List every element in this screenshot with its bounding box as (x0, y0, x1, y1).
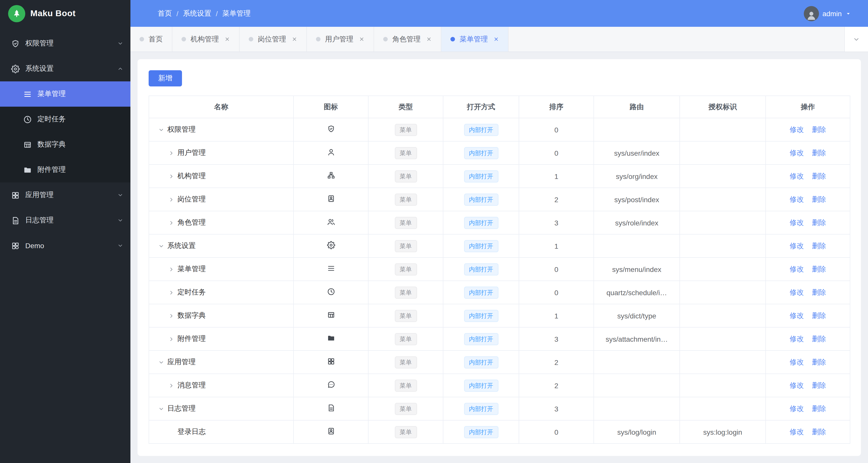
message-icon (327, 381, 335, 389)
breadcrumb-item-system[interactable]: 系统设置 (183, 9, 211, 18)
delete-link[interactable]: 删除 (812, 288, 826, 296)
add-button[interactable]: 新增 (149, 70, 182, 86)
sidebar-item-label: Demo (25, 242, 44, 250)
type-tag: 菜单 (395, 310, 417, 322)
close-icon[interactable] (493, 36, 499, 42)
tab-5[interactable]: 菜单管理 (441, 27, 508, 52)
edit-link[interactable]: 修改 (789, 334, 804, 342)
sidebar-subitem-1[interactable]: 定时任务 (0, 106, 130, 132)
avatar-icon (806, 10, 817, 21)
log-icon (11, 216, 20, 225)
close-icon[interactable] (224, 36, 230, 42)
sidebar-item-1[interactable]: 系统设置 (0, 56, 130, 82)
table-row: 消息管理菜单内部打开2修改删除 (149, 374, 850, 397)
cell-type: 菜单 (368, 304, 443, 327)
tab-overflow-button[interactable] (844, 27, 868, 52)
row-name: 岗位管理 (178, 195, 206, 203)
username: admin (823, 9, 842, 18)
chevron-right-icon[interactable] (168, 336, 178, 342)
sidebar-item-2[interactable]: 应用管理 (0, 183, 130, 208)
chevron-down-icon[interactable] (158, 406, 167, 412)
chevron-right-icon[interactable] (168, 150, 178, 156)
cell-type: 菜单 (368, 188, 443, 211)
breadcrumb-separator: / (216, 9, 218, 18)
chevron-right-icon[interactable] (168, 220, 178, 226)
folder-icon (23, 165, 32, 174)
open-type-tag: 内部打开 (464, 170, 498, 182)
delete-link[interactable]: 删除 (812, 311, 826, 319)
edit-link[interactable]: 修改 (789, 195, 804, 203)
edit-link[interactable]: 修改 (789, 427, 804, 435)
type-tag: 菜单 (395, 379, 417, 392)
chevron-down-icon[interactable] (158, 359, 167, 365)
delete-link[interactable]: 删除 (812, 265, 826, 273)
delete-link[interactable]: 删除 (812, 125, 826, 133)
chevron-right-icon[interactable] (168, 289, 178, 296)
edit-link[interactable]: 修改 (789, 288, 804, 296)
cell-icon (293, 141, 368, 164)
delete-link[interactable]: 删除 (812, 218, 826, 226)
sidebar-item-3[interactable]: 日志管理 (0, 208, 130, 233)
delete-link[interactable]: 删除 (812, 381, 826, 389)
chevron-right-icon[interactable] (168, 382, 178, 389)
sidebar-subitem-0[interactable]: 菜单管理 (0, 82, 130, 106)
delete-link[interactable]: 删除 (812, 148, 826, 156)
edit-link[interactable]: 修改 (789, 381, 804, 389)
chevron-right-icon[interactable] (168, 196, 178, 203)
apps-icon (11, 191, 20, 199)
delete-link[interactable]: 删除 (812, 358, 826, 366)
column-header: 打开方式 (443, 96, 519, 118)
chevron-right-icon[interactable] (168, 266, 178, 272)
sidebar-subitem-2[interactable]: 数据字典 (0, 132, 130, 157)
table-row: 用户管理菜单内部打开0sys/user/index修改删除 (149, 141, 850, 164)
page-content: 新增 名称图标类型打开方式排序路由授权标识操作 权限管理菜单内部打开0修改删除用… (130, 52, 868, 463)
breadcrumb-item-home[interactable]: 首页 (158, 9, 172, 18)
edit-link[interactable]: 修改 (789, 404, 804, 412)
tab-2[interactable]: 岗位管理 (240, 27, 307, 52)
chevron-down-icon[interactable] (158, 127, 167, 133)
chevron-down-icon[interactable] (158, 243, 167, 249)
tab-3[interactable]: 用户管理 (307, 27, 374, 52)
cell-route: sys/log/login (594, 420, 680, 443)
sidebar-item-0[interactable]: 权限管理 (0, 31, 130, 56)
delete-link[interactable]: 删除 (812, 427, 826, 435)
sidebar-subitem-label: 附件管理 (37, 165, 66, 175)
delete-link[interactable]: 删除 (812, 172, 826, 180)
edit-link[interactable]: 修改 (789, 172, 804, 180)
edit-link[interactable]: 修改 (789, 241, 804, 249)
sidebar-subitem-3[interactable]: 附件管理 (0, 157, 130, 183)
edit-link[interactable]: 修改 (789, 218, 804, 226)
cell-route: sys/attachment/in… (594, 327, 680, 350)
close-icon[interactable] (292, 36, 297, 42)
delete-link[interactable]: 删除 (812, 241, 826, 249)
clock-icon (327, 288, 335, 296)
menu-table-wrap: 名称图标类型打开方式排序路由授权标识操作 权限管理菜单内部打开0修改删除用户管理… (149, 96, 850, 444)
chevron-right-icon[interactable] (168, 313, 178, 319)
close-icon[interactable] (426, 36, 432, 42)
cell-actions: 修改删除 (766, 234, 850, 257)
edit-link[interactable]: 修改 (789, 125, 804, 133)
sidebar-item-4[interactable]: Demo (0, 233, 130, 258)
chevron-right-icon[interactable] (168, 173, 178, 179)
cell-auth (680, 141, 766, 164)
tab-4[interactable]: 角色管理 (374, 27, 441, 52)
edit-link[interactable]: 修改 (789, 148, 804, 156)
user-menu[interactable]: admin (804, 6, 851, 21)
delete-link[interactable]: 删除 (812, 195, 826, 203)
cell-type: 菜单 (368, 164, 443, 188)
tab-0[interactable]: 首页 (130, 27, 173, 52)
cell-name: 附件管理 (149, 327, 293, 350)
cell-icon (293, 420, 368, 443)
cell-actions: 修改删除 (766, 350, 850, 374)
edit-link[interactable]: 修改 (789, 265, 804, 273)
edit-link[interactable]: 修改 (789, 358, 804, 366)
tab-1[interactable]: 机构管理 (173, 27, 240, 52)
edit-link[interactable]: 修改 (789, 311, 804, 319)
open-type-tag: 内部打开 (464, 310, 498, 322)
cell-type: 菜单 (368, 374, 443, 397)
delete-link[interactable]: 删除 (812, 404, 826, 412)
table-row: 岗位管理菜单内部打开2sys/post/index修改删除 (149, 188, 850, 211)
delete-link[interactable]: 删除 (812, 334, 826, 342)
close-icon[interactable] (359, 36, 365, 42)
cell-actions: 修改删除 (766, 211, 850, 234)
